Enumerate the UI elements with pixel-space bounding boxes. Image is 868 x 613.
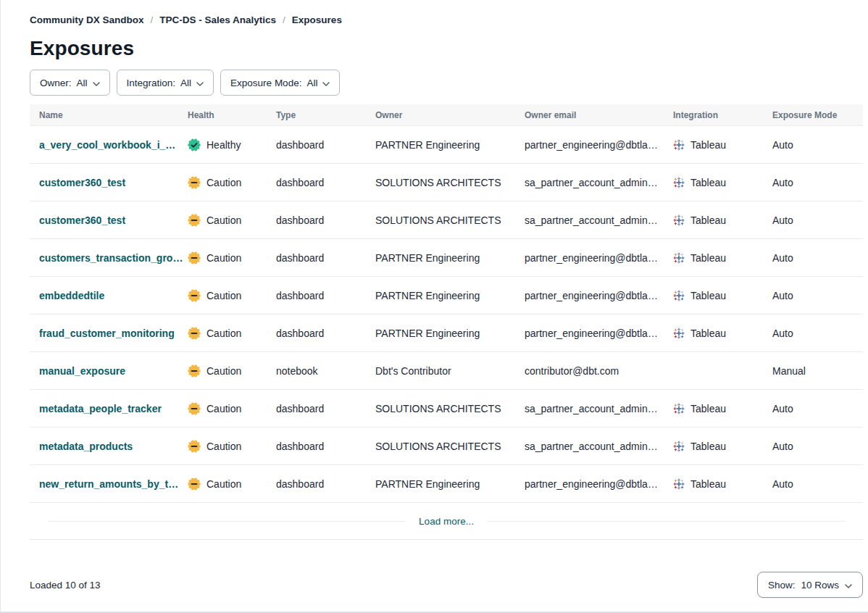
integration-label: Tableau [690,214,726,226]
table-row: customer360_test Caution [30,201,863,239]
exposure-name-link[interactable]: new_return_amounts_by_t… [39,478,178,490]
tableau-icon [673,177,685,188]
owner-filter-label: Owner: [40,78,72,88]
rows-per-page-dropdown[interactable]: Show: 10 Rows [757,572,863,598]
exposure-mode-filter-label: Exposure Mode: [230,78,301,88]
column-header-integration: Integration [673,110,772,120]
owner-cell: SOLUTIONS ARCHITECTS [375,177,525,188]
table-header-row: Name Health Type Owner Owner email Integ… [30,104,863,126]
table-row: fraud_customer_monitoring Caut [30,314,863,352]
type-cell: dashboard [276,328,375,339]
exposure-name-link[interactable]: customers_transaction_gro… [39,252,183,264]
owner-filter-value: All [77,78,88,88]
tableau-icon [673,441,685,452]
health-status-icon [188,440,201,453]
exposures-table: Name Health Type Owner Owner email Integ… [30,104,863,540]
name-cell: manual_exposure [39,365,188,377]
integration-filter-dropdown[interactable]: Integration: All [117,70,214,96]
exposure-name-link[interactable]: customer360_test [39,177,125,188]
integration-cell: Tableau [673,214,772,226]
exposure-mode-cell: Auto [772,328,863,339]
type-cell: dashboard [276,214,375,226]
integration-cell: Tableau [673,177,772,188]
exposure-name-link[interactable]: a_very_cool_workbook_i_… [39,139,175,151]
integration-cell: Tableau [673,403,772,414]
breadcrumb-separator: / [283,14,285,25]
tableau-icon [673,403,685,414]
integration-cell: Tableau [673,441,772,452]
breadcrumb-project[interactable]: Community DX Sandbox [30,14,144,25]
integration-label: Tableau [690,177,726,188]
type-cell: dashboard [276,139,375,151]
page-title: Exposures [30,37,862,60]
health-cell: Caution [188,176,276,189]
divider [48,521,406,522]
name-cell: fraud_customer_monitoring [39,328,188,339]
column-header-type: Type [276,110,375,120]
health-status-label: Caution [206,403,241,414]
load-more-link[interactable]: Load more... [406,516,487,527]
table-row: customers_transaction_gro… Cau [30,239,863,277]
exposure-name-link[interactable]: fraud_customer_monitoring [39,328,175,339]
integration-filter-label: Integration: [127,78,176,88]
exposure-mode-filter-dropdown[interactable]: Exposure Mode: All [220,70,340,96]
integration-cell: Tableau [673,290,772,301]
health-cell: Caution [188,364,276,378]
type-cell: dashboard [276,252,375,264]
health-status-label: Healthy [206,139,241,151]
name-cell: customers_transaction_gro… [39,252,188,264]
exposures-page: Community DX Sandbox / TPC-DS - Sales An… [1,0,868,598]
owner-cell: SOLUTIONS ARCHITECTS [375,214,525,226]
name-cell: metadata_products [39,441,188,452]
tableau-icon [673,139,685,151]
exposure-name-link[interactable]: customer360_test [39,214,125,226]
integration-label: Tableau [690,139,726,151]
health-status-label: Caution [206,177,241,188]
health-status-label: Caution [206,290,241,301]
integration-label: Tableau [690,328,726,339]
owner-cell: PARTNER Engineering [375,478,525,490]
exposure-mode-cell: Auto [772,441,863,452]
integration-label: Tableau [690,478,726,490]
owner-email-cell: sa_partner_account_admin… [525,214,673,226]
table-footer: Loaded 10 of 13 Show: 10 Rows [30,572,863,598]
tableau-icon [673,252,685,264]
type-cell: dashboard [276,403,375,414]
table-row: metadata_products Caution [30,428,863,465]
health-cell: Caution [188,214,276,227]
integration-label: Tableau [690,441,726,452]
exposure-name-link[interactable]: metadata_people_tracker [39,403,162,414]
health-status-label: Caution [206,365,241,377]
health-status-icon [188,251,201,264]
load-more-row: Load more... [30,503,863,540]
name-cell: metadata_people_tracker [39,403,188,414]
name-cell: new_return_amounts_by_t… [39,478,188,490]
table-row: embeddedtile Caution [30,277,863,314]
owner-cell: PARTNER Engineering [375,328,525,339]
chevron-down-icon [196,78,204,88]
exposure-name-link[interactable]: embeddedtile [39,290,104,301]
exposure-name-link[interactable]: metadata_products [39,441,133,452]
owner-cell: PARTNER Engineering [375,252,525,264]
table-row: new_return_amounts_by_t… Cauti [30,465,863,503]
table-row: metadata_people_tracker Cautio [30,390,863,428]
name-cell: customer360_test [39,177,188,188]
owner-cell: SOLUTIONS ARCHITECTS [375,441,525,452]
health-cell: Caution [188,327,276,340]
column-header-name: Name [39,110,188,120]
breadcrumb-separator: / [151,14,154,25]
table-row: manual_exposure Caution [30,352,863,390]
column-header-exposure-mode: Exposure Mode [772,110,863,120]
health-status-label: Caution [206,214,241,226]
breadcrumb-environment[interactable]: TPC-DS - Sales Analytics [159,14,276,25]
owner-filter-dropdown[interactable]: Owner: All [30,70,110,96]
exposure-name-link[interactable]: manual_exposure [39,365,125,377]
breadcrumb-current: Exposures [292,14,342,25]
owner-email-cell: sa_partner_account_admin… [525,177,673,188]
name-cell: a_very_cool_workbook_i_… [39,139,188,151]
type-cell: dashboard [276,290,375,301]
exposure-mode-cell: Auto [772,252,863,264]
owner-email-cell: partner_engineering@dbtla… [525,139,673,151]
health-cell: Healthy [188,138,276,151]
table-row: customer360_test Caution [30,164,863,201]
